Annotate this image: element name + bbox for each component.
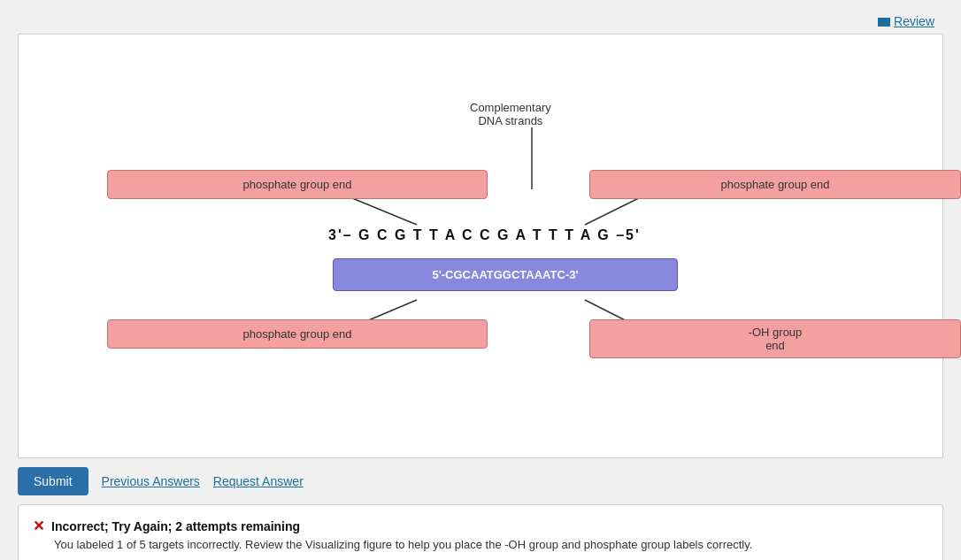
top-left-label-box: phosphate group end	[107, 170, 488, 199]
dna-top-strand: 3'– G C G T T A C C G A T T T A G –5'	[328, 227, 641, 243]
incorrect-icon: ✕	[33, 518, 44, 534]
review-section: Review	[18, 9, 943, 34]
feedback-title: ✕ Incorrect; Try Again; 2 attempts remai…	[33, 518, 928, 534]
bottom-right-label-box: -OH group end	[589, 319, 961, 358]
feedback-box: ✕ Incorrect; Try Again; 2 attempts remai…	[18, 504, 943, 560]
complementary-label: Complementary DNA strands	[470, 101, 551, 127]
bottom-left-label-box: phosphate group end	[107, 319, 488, 349]
review-icon	[878, 18, 890, 27]
previous-answers-link[interactable]: Previous Answers	[102, 474, 200, 488]
diagram-area: Complementary DNA strands phosphate grou…	[36, 52, 925, 424]
request-answer-link[interactable]: Request Answer	[213, 474, 304, 488]
submit-button[interactable]: Submit	[18, 467, 88, 495]
action-bar: Submit Previous Answers Request Answer	[18, 467, 943, 495]
top-right-label-box: phosphate group end	[589, 170, 961, 199]
feedback-body: You labeled 1 of 5 targets incorrectly. …	[54, 538, 928, 551]
review-link[interactable]: Review	[894, 14, 934, 28]
dna-bottom-strand: 5'-CGCAATGGCTAAATC-3'	[333, 258, 678, 291]
main-content: Complementary DNA strands phosphate grou…	[18, 34, 943, 458]
